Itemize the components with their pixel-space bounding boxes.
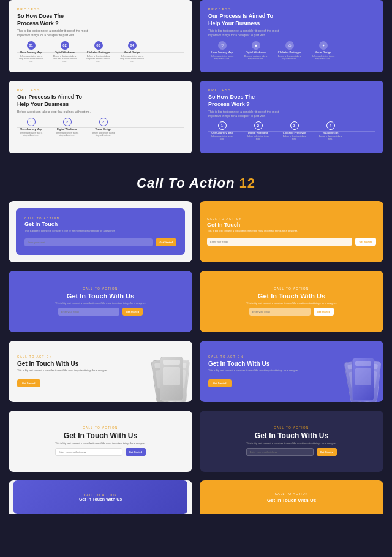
process-title-4: So How Does TheProcess Work ?	[208, 94, 375, 108]
dark-num-step-4: 4 Visual Design Before a decision take a…	[317, 121, 344, 140]
dark-step-4: ✦ Visual Design Before a decision take a…	[309, 41, 337, 60]
step-4: 04 Visual Design Before a decision take …	[118, 41, 146, 63]
cta-input-row-7: Get Started	[55, 448, 146, 456]
num-name-1: User Journey Map	[20, 127, 42, 131]
dark-num-circle-4: 4	[326, 121, 335, 130]
step-2: 02 Digital Wireframe Before a decision t…	[51, 41, 78, 63]
num-desc-2: Before a decision take a step without me…	[53, 132, 81, 137]
num-desc-1: Before a decision take a step without me…	[17, 132, 45, 137]
cta-get-started-btn-8[interactable]: Get Started	[317, 448, 337, 456]
cta-label-3: CALL TO ACTION	[83, 287, 118, 290]
dark-step-desc-4: Before a decision take a step without me…	[309, 55, 337, 60]
cta-get-started-btn-3[interactable]: Get Started	[123, 308, 143, 316]
cta-desc-2: This is big text connect a consider it o…	[207, 229, 376, 233]
dark-step-1: ♡ User Journey Map Before a decision tak…	[208, 41, 236, 60]
cta-card-4: CALL TO ACTION Get In Touch With Us This…	[200, 271, 383, 332]
ph-c-1	[352, 358, 374, 401]
step-icon-2: 02	[61, 41, 69, 50]
step-icon-4: 04	[128, 41, 137, 50]
dark-num-name-2: Digital Wireframe	[248, 131, 268, 134]
num-name-3: Visual Design	[95, 127, 111, 131]
dark-step-icon-2: ◈	[252, 41, 260, 50]
num-name-2: Digital Wireframe	[57, 127, 77, 131]
step-desc-3: Before a decision take a step that outli…	[85, 55, 112, 63]
step-1: 01 User Journey Map Before a decision ta…	[17, 41, 45, 63]
cta-get-started-btn-1[interactable]: Get Started	[156, 238, 176, 246]
cta-get-started-btn-5[interactable]: Get Started	[17, 379, 40, 387]
cta-label-italic: Call To Action	[137, 175, 235, 191]
cta-label-4: CALL TO ACTION	[274, 287, 309, 290]
dark-step-name-4: Visual Design	[315, 51, 331, 54]
cta-email-input-8[interactable]	[246, 448, 314, 456]
dark-num-step-3: 3 Clickable Prototype Before a decision …	[281, 121, 308, 140]
cta-get-started-btn-7[interactable]: Get Started	[126, 448, 146, 456]
dark-num-desc-4: Before a decision take a step.	[317, 135, 344, 140]
cta-partial-title-9: Get In Touch With Us	[79, 497, 122, 501]
cta-email-input-7[interactable]	[55, 448, 123, 456]
dark-num-desc-2: Before a decision take a step.	[244, 135, 272, 140]
step-desc-2: Before a decision take a step that outli…	[51, 55, 78, 63]
cta-desc-4: This is big text connect a consider it o…	[246, 301, 337, 305]
dark-num-name-4: Visual Design	[322, 131, 338, 134]
process-card-4: PROCESS So How Does TheProcess Work ? Th…	[200, 81, 383, 153]
cta-section-header: Call To Action 12	[0, 162, 392, 201]
cta-desc-5: This is big text connect a consider it o…	[17, 369, 184, 373]
dark-step-desc-2: Before a decision take a step without me…	[242, 55, 270, 60]
process-label-1: PROCESS	[17, 7, 184, 11]
cta-get-started-btn-4[interactable]: Get Started	[314, 308, 334, 316]
dark-num-circle-1: 1	[218, 121, 227, 130]
process-card-3: PROCESS Our Process Is Aimed ToHelp Your…	[9, 81, 192, 153]
cta-input-row-4: Get Started	[249, 308, 334, 316]
cta-title-6: Get In Touch With Us	[208, 360, 375, 367]
step-3: 03 Clickable Prototype Before a decision…	[85, 41, 112, 63]
cta-card-8: CALL TO ACTION Get In Touch With Us This…	[200, 411, 383, 472]
cta-inner-desc-1: This is big text connect a consider it o…	[24, 229, 176, 233]
process-desc-2: This is big text connect a consider it o…	[208, 29, 375, 37]
process-title-1: So How Does TheProcess Work ?	[17, 13, 184, 27]
process-desc-1: This is big text connect a consider it o…	[17, 29, 184, 37]
process-desc-4: This is big text connect a consider it o…	[208, 110, 375, 118]
cta-email-input-2[interactable]	[207, 238, 352, 246]
phone-c-1	[160, 357, 183, 401]
step-icon-1: 01	[27, 41, 36, 50]
dark-num-name-3: Clickable Prototype	[283, 131, 306, 134]
num-desc-3: Before a decision take a step without me…	[89, 132, 117, 137]
process-title-3: Our Process Is Aimed ToHelp Your Busines…	[17, 94, 184, 108]
cta-email-input-1[interactable]	[24, 238, 153, 246]
cta-title-7: Get In Touch With Us	[64, 431, 137, 440]
num-circle-3: 3	[99, 118, 108, 126]
step-desc-1: Before a decision take a step that outli…	[17, 55, 45, 63]
dark-step-2: ◈ Digital Wireframe Before a decision ta…	[242, 41, 270, 60]
cta-card-10-partial: CALL TO ACTION Get In Touch With Us	[200, 480, 383, 514]
cta-card-1: CALL TO ACTION Get In Touch This is big …	[9, 201, 192, 262]
dark-step-icon-3: ⬡	[285, 41, 294, 50]
cta-card-9-partial: CALL TO ACTION Get In Touch With Us	[9, 480, 192, 514]
process-label-4: PROCESS	[208, 88, 375, 92]
cta-title-8: Get In Touch With Us	[255, 431, 328, 440]
cta-label-5: CALL TO ACTION	[17, 355, 184, 358]
cta-card-6: CALL TO ACTION Get In Touch With Us This…	[200, 341, 383, 402]
cta-desc-6: This is big text connect a consider it o…	[208, 369, 375, 373]
step-name-2: Digital Wireframe	[55, 51, 75, 54]
cta-inner-box-1: CALL TO ACTION Get In Touch This is big …	[16, 208, 185, 255]
cta-partial-title-10: Get In Touch With Us	[267, 498, 316, 503]
dark-step-name-3: Clickable Prototype	[278, 51, 301, 54]
cta-row-2: CALL TO ACTION Get In Touch With Us This…	[0, 271, 392, 341]
cta-title-3: Get In Touch With Us	[67, 292, 134, 300]
cta-get-started-btn-6[interactable]: Get Started	[208, 379, 232, 387]
step-name-3: Clickable Prototype	[87, 51, 110, 54]
cta-get-started-btn-2[interactable]: Get Started	[355, 238, 376, 246]
num-circle-1: 1	[27, 118, 36, 126]
process-card-1: PROCESS So How Does TheProcess Work ? Th…	[9, 0, 192, 72]
dark-step-icon-1: ♡	[218, 41, 227, 50]
dark-step-desc-1: Before a decision take a step without me…	[208, 55, 236, 60]
cta-number: 12	[239, 175, 255, 191]
cta-email-input-4[interactable]	[249, 308, 311, 316]
dark-step-3: ⬡ Clickable Prototype Before a decision …	[276, 41, 303, 60]
cta-desc-8: This is big text connect a consider it o…	[246, 442, 337, 445]
num-step-3: 3 Visual Design Before a decision take a…	[89, 118, 117, 137]
step-name-4: Visual Design	[124, 51, 140, 54]
cta-email-input-3[interactable]	[58, 308, 119, 316]
process-label-3: PROCESS	[17, 88, 184, 92]
cta-card-5: CALL TO ACTION Get In Touch With Us This…	[9, 341, 192, 402]
